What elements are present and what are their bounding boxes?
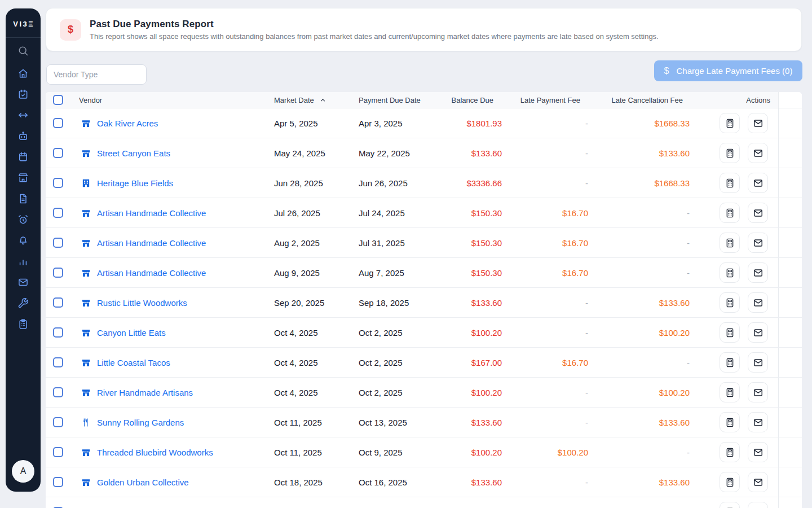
row-checkbox[interactable]	[53, 268, 63, 278]
column-header-market-date[interactable]: Market Date	[265, 92, 350, 108]
charge-late-fees-button[interactable]: $ Charge Late Payment Fees (0)	[654, 60, 802, 81]
mail-icon	[753, 447, 764, 458]
store-icon	[81, 208, 91, 218]
email-vendor-button[interactable]	[748, 412, 768, 432]
row-checkbox[interactable]	[53, 357, 63, 367]
calculate-fee-button[interactable]	[720, 203, 740, 223]
vendor-link[interactable]: Sunny Rolling Gardens	[97, 418, 184, 427]
row-checkbox[interactable]	[53, 178, 63, 188]
column-header-late-payment-fee[interactable]: Late Payment Fee	[502, 92, 592, 108]
email-vendor-button[interactable]	[748, 113, 768, 133]
calculate-fee-button[interactable]	[720, 382, 740, 402]
vendor-link[interactable]: Rustic Little Woodworks	[97, 298, 187, 308]
sidebar-item-alarm-clock[interactable]	[17, 214, 29, 225]
column-header-payment-due-date[interactable]: Payment Due Date	[350, 92, 434, 108]
sidebar-item-clipboard-list[interactable]	[17, 318, 29, 330]
email-vendor-button[interactable]	[748, 203, 768, 223]
email-vendor-button[interactable]	[748, 173, 768, 193]
vendor-link[interactable]: Artisan Handmade Collective	[97, 208, 206, 218]
sidebar-item-bot[interactable]	[17, 130, 29, 142]
table-header-row: Vendor Market Date Payment Due Date Bala…	[46, 92, 802, 108]
email-vendor-button[interactable]	[748, 382, 768, 402]
sidebar-item-mail[interactable]	[17, 277, 29, 288]
market-date-cell	[265, 497, 350, 508]
calculate-fee-button[interactable]	[720, 113, 740, 133]
email-vendor-button[interactable]	[748, 352, 768, 373]
home-icon	[17, 68, 29, 79]
email-vendor-button[interactable]	[748, 502, 768, 508]
row-checkbox[interactable]	[53, 118, 63, 128]
file-text-icon	[17, 193, 29, 204]
calculate-fee-button[interactable]	[720, 472, 740, 492]
balance-due-cell: $100.20	[434, 318, 502, 347]
sidebar-item-calendar-check[interactable]	[17, 89, 29, 100]
calculate-fee-button[interactable]	[720, 173, 740, 193]
vendor-type-icon	[81, 268, 91, 278]
vendor-link[interactable]: Oak River Acres	[97, 119, 158, 128]
sidebar-item-arrows-left-right[interactable]	[17, 110, 29, 121]
row-spacer	[778, 168, 802, 198]
calculate-fee-button[interactable]	[720, 322, 740, 343]
store-icon	[81, 119, 91, 128]
email-vendor-button[interactable]	[748, 233, 768, 253]
email-vendor-button[interactable]	[748, 143, 768, 163]
calculate-fee-button[interactable]	[720, 292, 740, 313]
calculate-fee-button[interactable]	[720, 143, 740, 163]
sidebar-item-home[interactable]	[17, 68, 29, 79]
sidebar-item-bar-chart[interactable]	[17, 256, 29, 267]
vendor-link[interactable]: Canyon Little Eats	[97, 328, 166, 338]
page-description: This report shows all space requests wit…	[90, 32, 659, 41]
vendor-link[interactable]: Threaded Bluebird Woodworks	[97, 448, 213, 457]
row-checkbox[interactable]	[53, 477, 63, 487]
row-checkbox[interactable]	[53, 208, 63, 218]
payment-due-date-cell: Jul 24, 2025	[350, 198, 434, 227]
late-cancellation-fee-cell: -	[592, 198, 695, 227]
column-header-balance-due[interactable]: Balance Due	[434, 92, 502, 108]
calculate-fee-button[interactable]	[720, 262, 740, 283]
row-checkbox[interactable]	[53, 417, 63, 427]
row-checkbox[interactable]	[53, 327, 63, 338]
row-checkbox[interactable]	[53, 148, 63, 158]
calculate-fee-button[interactable]	[720, 412, 740, 432]
vendor-type-input[interactable]	[46, 64, 147, 85]
vendor-link[interactable]: Heritage Blue Fields	[97, 178, 173, 188]
search-icon[interactable]	[17, 45, 29, 56]
sidebar-item-file-text[interactable]	[17, 193, 29, 204]
email-vendor-button[interactable]	[748, 292, 768, 313]
calculate-fee-button[interactable]	[720, 352, 740, 373]
table-row: Artisan Handmade Collective Aug 9, 2025 …	[46, 258, 802, 288]
sidebar-item-store[interactable]	[17, 172, 29, 183]
charge-button-label: Charge Late Payment Fees (0)	[676, 66, 792, 76]
balance-due-cell: $1801.93	[434, 108, 502, 138]
column-header-vendor[interactable]: Vendor	[70, 92, 265, 108]
sidebar-item-wrench[interactable]	[17, 297, 29, 309]
email-vendor-button[interactable]	[748, 472, 768, 492]
calculate-fee-button[interactable]	[720, 502, 740, 508]
row-checkbox[interactable]	[53, 297, 63, 308]
row-checkbox[interactable]	[53, 238, 63, 248]
email-vendor-button[interactable]	[748, 442, 768, 462]
market-date-cell: Jul 26, 2025	[265, 198, 350, 227]
vendor-link[interactable]: Little Coastal Tacos	[97, 358, 170, 367]
calculate-fee-button[interactable]	[720, 233, 740, 253]
select-all-checkbox[interactable]	[53, 95, 63, 105]
vendor-link[interactable]: Artisan Handmade Collective	[97, 268, 206, 278]
vendor-link[interactable]: Golden Urban Collective	[97, 478, 189, 487]
sidebar-item-calendar[interactable]	[17, 151, 29, 163]
vendor-link[interactable]: Artisan Handmade Collective	[97, 238, 206, 248]
vendor-link[interactable]: River Handmade Artisans	[97, 388, 193, 397]
late-payment-fee-cell: -	[502, 168, 592, 198]
column-header-late-cancellation-fee[interactable]: Late Cancellation Fee	[592, 92, 695, 108]
vendor-link[interactable]: Street Canyon Eats	[97, 148, 170, 158]
row-checkbox[interactable]	[53, 447, 63, 457]
row-spacer	[778, 348, 802, 377]
calculate-fee-button[interactable]	[720, 442, 740, 462]
email-vendor-button[interactable]	[748, 322, 768, 343]
avatar[interactable]: A	[12, 460, 34, 483]
balance-due-cell: $167.00	[434, 348, 502, 377]
row-checkbox[interactable]	[53, 387, 63, 397]
email-vendor-button[interactable]	[748, 262, 768, 283]
row-spacer	[778, 138, 802, 168]
table-row	[46, 497, 802, 508]
sidebar-item-bell[interactable]	[17, 235, 29, 246]
